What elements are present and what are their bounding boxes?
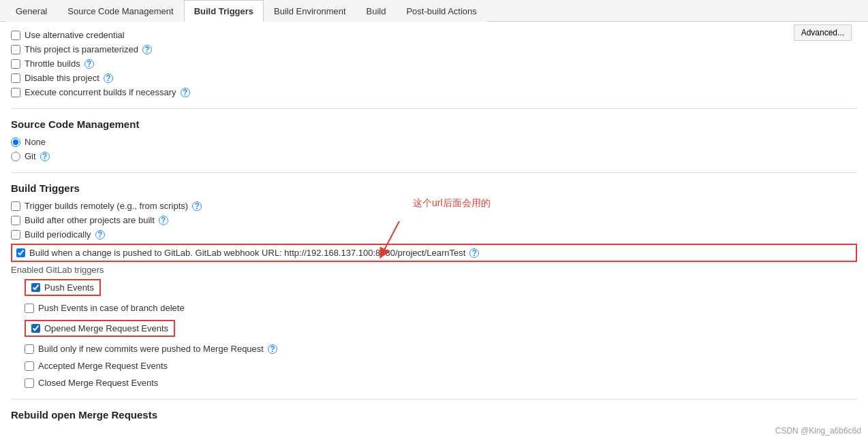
use-alternative-credential-row: Use alternative credential (11, 30, 794, 40)
build-triggers-section: Build Triggers Trigger builds remotely (… (11, 182, 857, 388)
build-if-commits-row: Build only if new commits were pushed to… (25, 344, 857, 354)
closed-merge-label: Closed Merge Request Events (38, 378, 158, 388)
git-radio-row: Git ? (11, 151, 857, 161)
execute-concurrent-checkbox[interactable] (11, 88, 20, 97)
tab-build-triggers[interactable]: Build Triggers (184, 0, 264, 22)
svg-line-0 (382, 221, 399, 254)
project-parameterized-row: This project is parameterized ? (11, 44, 857, 54)
none-radio[interactable] (11, 137, 20, 147)
build-periodically-row: Build periodically ? (11, 229, 857, 240)
closed-merge-row: Closed Merge Request Events (25, 378, 857, 388)
rebuild-open-title: Rebuild open Merge Requests (11, 409, 857, 421)
use-alternative-credential-checkbox[interactable] (11, 31, 20, 40)
build-after-other-checkbox[interactable] (11, 216, 20, 225)
opened-merge-events-box: Opened Merge Request Events (25, 320, 175, 337)
project-parameterized-checkbox[interactable] (11, 45, 20, 54)
execute-concurrent-label: Execute concurrent builds if necessary (25, 87, 176, 97)
tab-post-build-actions[interactable]: Post-build Actions (396, 0, 486, 22)
project-parameterized-help-icon[interactable]: ? (142, 45, 152, 54)
throttle-builds-checkbox[interactable] (11, 59, 20, 69)
trigger-builds-remotely-help-icon[interactable]: ? (192, 201, 202, 211)
tab-build-environment[interactable]: Build Environment (264, 0, 356, 22)
git-radio-label: Git (25, 151, 36, 161)
advanced-button[interactable]: Advanced... (794, 24, 852, 41)
enabled-gitlab-triggers-label: Enabled GitLab triggers (11, 265, 857, 275)
annotation-arrow (379, 221, 420, 259)
tab-general[interactable]: General (5, 0, 57, 22)
push-branch-delete-checkbox[interactable] (25, 304, 34, 313)
divider-3 (11, 399, 857, 399)
build-if-commits-label: Build only if new commits were pushed to… (38, 344, 264, 354)
divider-2 (11, 172, 857, 173)
disable-project-row: Disable this project ? (11, 73, 857, 83)
push-branch-delete-row: Push Events in case of branch delete (25, 303, 857, 313)
build-gitlab-row: Build when a change is pushed to GitLab.… (11, 244, 857, 262)
push-events-box: Push Events (25, 279, 101, 296)
disable-project-help-icon[interactable]: ? (104, 74, 113, 83)
use-alternative-credential-label: Use alternative credential (25, 30, 125, 40)
build-gitlab-help-icon[interactable]: ? (469, 248, 479, 258)
build-periodically-label: Build periodically (25, 229, 91, 240)
build-if-commits-checkbox[interactable] (25, 344, 34, 354)
none-radio-label: None (25, 137, 46, 147)
build-periodically-help-icon[interactable]: ? (95, 230, 105, 240)
build-after-other-row: Build after other projects are built ? (11, 215, 857, 225)
build-triggers-title: Build Triggers (11, 182, 857, 194)
accepted-merge-checkbox[interactable] (25, 361, 34, 371)
build-after-other-label: Build after other projects are built (25, 215, 155, 225)
build-if-commits-help-icon[interactable]: ? (268, 344, 277, 354)
accepted-merge-label: Accepted Merge Request Events (38, 361, 168, 371)
trigger-builds-remotely-checkbox[interactable] (11, 201, 20, 211)
opened-merge-checkbox[interactable] (31, 324, 40, 333)
general-options-section: Advanced... Use alternative credential T… (11, 30, 857, 97)
build-after-other-help-icon[interactable]: ? (159, 216, 168, 225)
build-periodically-checkbox[interactable] (11, 230, 20, 240)
trigger-builds-remotely-label: Trigger builds remotely (e.g., from scri… (25, 201, 188, 211)
execute-concurrent-row: Execute concurrent builds if necessary ? (11, 87, 857, 97)
none-radio-row: None (11, 137, 857, 147)
disable-project-label: Disable this project (25, 73, 99, 83)
divider-1 (11, 108, 857, 109)
main-content: Advanced... Use alternative credential T… (0, 22, 868, 436)
closed-merge-checkbox[interactable] (25, 378, 34, 388)
source-code-title: Source Code Management (11, 118, 857, 130)
push-branch-delete-label: Push Events in case of branch delete (38, 303, 185, 313)
throttle-builds-label: Throttle builds (25, 59, 80, 69)
push-events-label: Push Events (44, 282, 94, 293)
tab-source-code-management[interactable]: Source Code Management (57, 0, 183, 22)
tab-build[interactable]: Build (356, 0, 397, 22)
watermark: CSDN @King_a6b6c6d (775, 426, 861, 436)
source-code-section: Source Code Management None Git ? (11, 118, 857, 161)
build-gitlab-checkbox[interactable] (16, 248, 25, 257)
git-radio[interactable] (11, 152, 20, 161)
tab-bar: General Source Code Management Build Tri… (0, 0, 868, 22)
push-events-checkbox[interactable] (31, 283, 40, 292)
annotation-text: 这个url后面会用的 (413, 197, 491, 210)
throttle-builds-row: Throttle builds ? (11, 59, 857, 69)
accepted-merge-row: Accepted Merge Request Events (25, 361, 857, 371)
opened-merge-label: Opened Merge Request Events (44, 323, 168, 333)
project-parameterized-label: This project is parameterized (25, 44, 138, 54)
git-help-icon[interactable]: ? (40, 152, 50, 161)
throttle-builds-help-icon[interactable]: ? (84, 59, 94, 69)
disable-project-checkbox[interactable] (11, 74, 20, 83)
execute-concurrent-help-icon[interactable]: ? (181, 88, 190, 97)
